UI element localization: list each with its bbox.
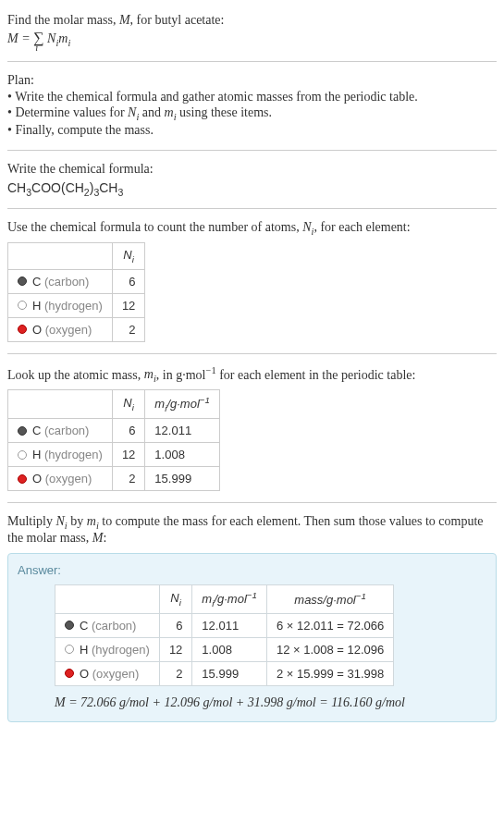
table-row: C (carbon) 6 bbox=[8, 269, 145, 293]
multiply-text: Multiply Ni by mi to compute the mass fo… bbox=[7, 514, 497, 546]
element-cell: O (oxygen) bbox=[8, 467, 113, 491]
lookup-title: Look up the atomic mass, mi, in g·mol−1 … bbox=[7, 365, 497, 384]
header-empty bbox=[55, 584, 160, 613]
count-title-var: N bbox=[302, 220, 311, 234]
element-cell: H (hydrogen) bbox=[55, 637, 160, 661]
chem-part: CH bbox=[7, 180, 26, 195]
t: m bbox=[202, 592, 212, 606]
header-n-text: N bbox=[123, 248, 131, 262]
t: mass/g·mol bbox=[294, 594, 355, 608]
table-row: C (carbon) 6 12.011 bbox=[8, 419, 220, 443]
m-value: 1.008 bbox=[145, 443, 220, 467]
element-cell: C (carbon) bbox=[8, 269, 113, 293]
header-m: mi/g·mol−1 bbox=[145, 390, 220, 419]
formula-sum-sub: i bbox=[35, 43, 38, 53]
element-cell: C (carbon) bbox=[55, 613, 160, 637]
chem-part: CH bbox=[99, 180, 117, 195]
lookup-title-mid: , in g·mol bbox=[156, 367, 206, 381]
chem-title: Write the chemical formula: bbox=[7, 162, 497, 177]
element-symbol: H bbox=[32, 299, 41, 313]
element-symbol: H bbox=[80, 643, 88, 657]
s: i bbox=[132, 402, 134, 412]
t: N bbox=[56, 514, 65, 528]
s: −1 bbox=[200, 395, 210, 405]
count-section: Use the chemical formula to count the nu… bbox=[7, 215, 497, 347]
element-symbol: H bbox=[32, 448, 41, 461]
answer-box: Answer: Ni mi/g·mol−1 mass/g·mol−1 C (ca… bbox=[7, 553, 497, 722]
answer-table: Ni mi/g·mol−1 mass/g·mol−1 C (carbon) 6 … bbox=[55, 584, 394, 686]
m-value: 15.999 bbox=[145, 467, 220, 491]
element-name: (carbon) bbox=[44, 275, 89, 289]
table-row: H (hydrogen) 12 bbox=[8, 293, 145, 317]
s: −1 bbox=[356, 591, 366, 601]
element-symbol: O bbox=[32, 472, 42, 486]
multiply-section: Multiply Ni by mi to compute the mass fo… bbox=[7, 509, 497, 551]
carbon-dot-icon bbox=[65, 621, 74, 630]
count-table: Ni C (carbon) 6 H (hydrogen) 12 O (oxyge… bbox=[7, 242, 145, 342]
molar-mass-formula: M = ∑i Nimi bbox=[7, 30, 497, 48]
lookup-title-sup: −1 bbox=[205, 365, 215, 375]
n-value: 6 bbox=[112, 419, 144, 443]
n-value: 6 bbox=[159, 613, 191, 637]
table-row: H (hydrogen) 12 1.008 bbox=[8, 443, 220, 467]
element-name: (oxygen) bbox=[45, 472, 92, 486]
element-name: (hydrogen) bbox=[44, 299, 103, 313]
hydrogen-dot-icon bbox=[65, 645, 74, 654]
s: i bbox=[179, 597, 181, 608]
element-symbol: C bbox=[32, 275, 41, 289]
count-title: Use the chemical formula to count the nu… bbox=[7, 220, 497, 237]
divider bbox=[7, 208, 497, 209]
intro-line: Find the molar mass, M, for butyl acetat… bbox=[7, 13, 497, 28]
n-value: 2 bbox=[112, 467, 144, 491]
mass-value: 12 × 1.008 = 12.096 bbox=[266, 637, 393, 661]
t: Multiply bbox=[7, 514, 56, 528]
intro-var: M bbox=[119, 13, 130, 27]
hydrogen-dot-icon bbox=[18, 450, 27, 460]
element-symbol: O bbox=[32, 323, 42, 337]
n-value: 12 bbox=[112, 443, 144, 467]
plan-item: • Finally, compute the mass. bbox=[7, 123, 497, 138]
answer-label: Answer: bbox=[18, 563, 486, 577]
element-symbol: O bbox=[80, 667, 89, 681]
table-header-row: Ni mi/g·mol−1 mass/g·mol−1 bbox=[55, 584, 394, 613]
carbon-dot-icon bbox=[18, 277, 27, 286]
table-header-row: Ni bbox=[8, 243, 145, 270]
table-row: C (carbon) 6 12.011 6 × 12.011 = 72.066 bbox=[55, 613, 394, 637]
header-n: Ni bbox=[159, 584, 191, 613]
lookup-title-var: m bbox=[144, 367, 154, 381]
element-name: (oxygen) bbox=[92, 667, 140, 681]
mass-value: 6 × 12.011 = 72.066 bbox=[266, 613, 393, 637]
result-text: = 72.066 g/mol + 12.096 g/mol + 31.998 g… bbox=[66, 695, 405, 709]
table-row: O (oxygen) 2 bbox=[8, 317, 145, 341]
count-title-post: , for each element: bbox=[313, 220, 410, 234]
oxygen-dot-icon bbox=[65, 669, 74, 678]
element-name: (carbon) bbox=[92, 619, 136, 633]
formula-lhs: M bbox=[7, 31, 18, 45]
element-name: (hydrogen) bbox=[44, 448, 103, 461]
chem-sub: 3 bbox=[117, 186, 123, 197]
plan-section: Plan: • Write the chemical formula and g… bbox=[7, 68, 497, 144]
element-symbol: C bbox=[80, 619, 88, 633]
element-cell: H (hydrogen) bbox=[8, 293, 113, 317]
result-var: M bbox=[55, 695, 66, 709]
hydrogen-dot-icon bbox=[18, 301, 27, 310]
n-value: 6 bbox=[112, 269, 144, 293]
t: N bbox=[170, 591, 178, 605]
oxygen-dot-icon bbox=[18, 325, 27, 334]
header-empty bbox=[8, 243, 113, 270]
n-value: 12 bbox=[159, 637, 191, 661]
n-value: 2 bbox=[159, 661, 191, 685]
formula-m: m bbox=[58, 31, 68, 45]
formula-eq: = bbox=[18, 31, 33, 45]
plan-list: • Write the chemical formula and gather … bbox=[7, 90, 497, 138]
chemical-formula-section: Write the chemical formula: CH3COO(CH2)3… bbox=[7, 156, 497, 203]
m-value: 15.999 bbox=[192, 661, 267, 685]
divider bbox=[7, 502, 497, 503]
t: N bbox=[123, 396, 131, 410]
element-cell: O (oxygen) bbox=[55, 661, 160, 685]
formula-m-sub: i bbox=[68, 38, 70, 48]
table-row: O (oxygen) 2 15.999 2 × 15.999 = 31.998 bbox=[55, 661, 394, 685]
oxygen-dot-icon bbox=[18, 474, 27, 484]
header-n: Ni bbox=[112, 390, 144, 419]
divider bbox=[7, 353, 497, 354]
